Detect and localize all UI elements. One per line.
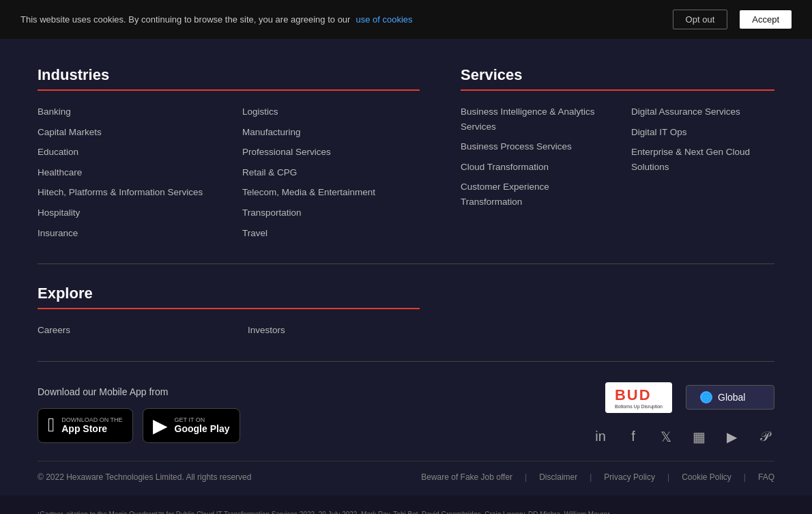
social-icons: in f 𝕏 ▦ ▶ 𝒫 (590, 427, 774, 447)
app-store-sub: Download on the (61, 416, 122, 423)
pinterest-icon[interactable]: 𝒫 (754, 427, 774, 447)
explore-title: Explore (38, 285, 420, 309)
services-link[interactable]: Business Intelligence & Analytics Servic… (461, 102, 604, 137)
bud-main-text: BUD (615, 386, 663, 404)
industries-columns: BankingCapital MarketsEducationHealthcar… (38, 102, 420, 243)
opt-out-button[interactable]: Opt out (673, 10, 728, 29)
separator: | (590, 472, 592, 482)
disclaimer-text: ¹Gartner, citation to the Magic Quadrant… (38, 509, 774, 514)
instagram-icon[interactable]: ▦ (688, 427, 709, 447)
cookie-text: This website uses cookies. By continuing… (20, 14, 350, 25)
apple-icon:  (48, 414, 55, 436)
industries-link[interactable]: Banking (38, 102, 215, 122)
facebook-icon[interactable]: f (623, 427, 643, 447)
policy-link[interactable]: Beware of Fake Job offer (421, 472, 512, 482)
industries-link[interactable]: Education (38, 142, 215, 162)
policy-link[interactable]: Cookie Policy (682, 472, 731, 482)
explore-section: Explore CareersInvestors (38, 285, 774, 362)
services-link[interactable]: Digital Assurance Services (631, 102, 774, 122)
app-section: Download our Mobile App from  Download … (38, 386, 240, 443)
industries-section: Industries BankingCapital MarketsEducati… (38, 66, 420, 243)
main-sections: Industries BankingCapital MarketsEducati… (38, 66, 774, 264)
app-store-badge[interactable]:  Download on the App Store (38, 408, 133, 443)
industries-link[interactable]: Travel (242, 223, 420, 244)
cookie-policy-link[interactable]: use of cookies (356, 14, 412, 25)
services-link[interactable]: Business Process Services (461, 137, 604, 157)
services-columns: Business Intelligence & Analytics Servic… (461, 102, 774, 212)
google-play-name: Google Play (175, 423, 230, 434)
global-button[interactable]: 🌐 Global (686, 385, 774, 410)
footer: Industries BankingCapital MarketsEducati… (0, 39, 812, 496)
cookie-banner: This website uses cookies. By continuing… (0, 0, 812, 39)
services-link[interactable]: Digital IT Ops (631, 122, 774, 143)
app-label: Download our Mobile App from (38, 386, 240, 397)
explore-links: CareersInvestors (38, 320, 774, 341)
services-link[interactable]: Cloud Transformation (461, 157, 604, 177)
industries-title: Industries (38, 66, 420, 91)
industries-link[interactable]: Capital Markets (38, 122, 215, 143)
bud-sub-text: Bottoms Up Disruption (615, 404, 663, 409)
policy-link[interactable]: FAQ (758, 472, 774, 482)
industries-link[interactable]: Manufacturing (242, 122, 420, 143)
industries-link[interactable]: Insurance (38, 223, 215, 244)
policy-link[interactable]: Privacy Policy (604, 472, 655, 482)
separator: | (744, 472, 746, 482)
services-col1: Business Intelligence & Analytics Servic… (461, 102, 604, 212)
google-play-badge[interactable]: ▶ Get it on Google Play (143, 408, 240, 443)
industries-link[interactable]: Healthcare (38, 162, 215, 183)
disclaimer-section: ¹Gartner, citation to the Magic Quadrant… (0, 496, 812, 514)
bottom-bar: Download our Mobile App from  Download … (38, 382, 774, 461)
explore-link[interactable]: Investors (248, 320, 285, 341)
services-title: Services (461, 66, 774, 91)
globe-icon: 🌐 (700, 391, 712, 403)
app-badges:  Download on the App Store ▶ Get it on … (38, 408, 240, 443)
youtube-icon[interactable]: ▶ (721, 427, 742, 447)
google-play-icon: ▶ (153, 414, 168, 437)
services-link[interactable]: Customer Experience Transformation (461, 177, 604, 212)
separator: | (525, 472, 527, 482)
services-link[interactable]: Enterprise & Next Gen Cloud Solutions (631, 142, 774, 177)
linkedin-icon[interactable]: in (590, 427, 611, 447)
right-bar: BUD Bottoms Up Disruption 🌐 Global in f … (590, 382, 774, 447)
copyright-text: © 2022 Hexaware Technologies Limited. Al… (38, 472, 251, 482)
services-col2: Digital Assurance ServicesDigital IT Ops… (631, 102, 774, 212)
industries-link[interactable]: Logistics (242, 102, 420, 122)
policy-link[interactable]: Disclaimer (539, 472, 577, 482)
logo-global-row: BUD Bottoms Up Disruption 🌐 Global (605, 382, 774, 413)
google-play-sub: Get it on (175, 416, 230, 423)
separator: | (667, 472, 669, 482)
industries-link[interactable]: Hitech, Platforms & Information Services (38, 182, 215, 203)
app-store-name: App Store (61, 423, 122, 434)
copyright-bar: © 2022 Hexaware Technologies Limited. Al… (38, 461, 774, 482)
accept-button[interactable]: Accept (740, 10, 792, 29)
industries-link[interactable]: Professional Services (242, 142, 420, 162)
services-section: Services Business Intelligence & Analyti… (461, 66, 774, 243)
bud-logo: BUD Bottoms Up Disruption (605, 382, 672, 413)
industries-col1: BankingCapital MarketsEducationHealthcar… (38, 102, 215, 243)
policy-links: Beware of Fake Job offer|Disclaimer|Priv… (421, 472, 774, 482)
industries-link[interactable]: Hospitality (38, 203, 215, 223)
industries-link[interactable]: Telecom, Media & Entertainment (242, 182, 420, 203)
industries-col2: LogisticsManufacturingProfessional Servi… (242, 102, 420, 243)
industries-link[interactable]: Retail & CPG (242, 162, 420, 183)
global-label: Global (718, 392, 745, 403)
twitter-icon[interactable]: 𝕏 (656, 427, 676, 447)
industries-link[interactable]: Transportation (242, 203, 420, 223)
explore-link[interactable]: Careers (38, 320, 70, 341)
